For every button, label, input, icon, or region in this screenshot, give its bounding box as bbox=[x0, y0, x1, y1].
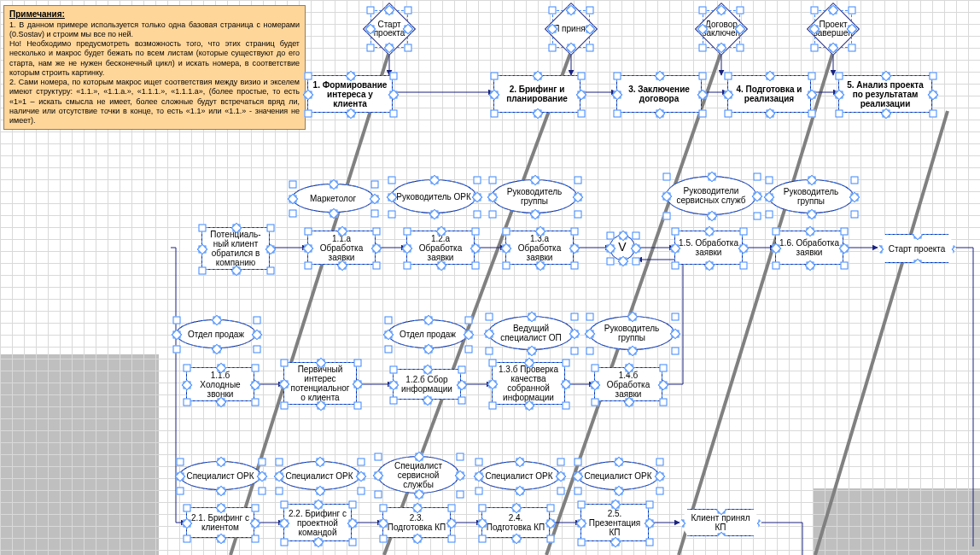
selection-handle[interactable] bbox=[305, 110, 312, 118]
selection-handle[interactable] bbox=[267, 225, 275, 232]
selection-handle[interactable] bbox=[663, 213, 671, 220]
selection-handle[interactable] bbox=[766, 177, 773, 184]
selection-handle[interactable] bbox=[725, 73, 732, 80]
selection-handle[interactable] bbox=[184, 505, 191, 512]
selection-handle[interactable] bbox=[390, 366, 398, 374]
selection-handle[interactable] bbox=[491, 110, 499, 118]
selection-handle[interactable] bbox=[289, 210, 297, 218]
selection-handle[interactable] bbox=[252, 535, 260, 543]
selection-handle[interactable] bbox=[578, 501, 586, 509]
task-2-4[interactable]: 2.4. Подготовка КП bbox=[481, 507, 550, 538]
selection-handle[interactable] bbox=[358, 488, 365, 495]
selection-handle[interactable] bbox=[448, 535, 456, 543]
selection-handle[interactable] bbox=[491, 73, 499, 80]
selection-handle[interactable] bbox=[660, 399, 668, 406]
selection-handle[interactable] bbox=[841, 228, 849, 236]
selection-handle[interactable] bbox=[479, 505, 487, 512]
selection-handle[interactable] bbox=[836, 73, 843, 80]
diamond-project-done[interactable]: Проект завершен bbox=[814, 10, 852, 48]
hex-client-accepted-kp[interactable]: Клиент принял КП bbox=[680, 509, 761, 536]
selection-handle[interactable] bbox=[614, 110, 621, 118]
selection-handle[interactable] bbox=[571, 228, 579, 236]
selection-handle[interactable] bbox=[305, 262, 312, 270]
role-spec-ork-4[interactable]: Специалист ОРК bbox=[577, 461, 659, 490]
selection-handle[interactable] bbox=[458, 366, 466, 374]
selection-handle[interactable] bbox=[563, 402, 570, 410]
selection-handle[interactable] bbox=[586, 7, 594, 15]
role-marketolog[interactable]: Маркетолог bbox=[292, 184, 374, 213]
selection-handle[interactable] bbox=[354, 402, 362, 410]
selection-handle[interactable] bbox=[475, 459, 483, 466]
selection-handle[interactable] bbox=[390, 73, 398, 80]
selection-handle[interactable] bbox=[177, 459, 184, 466]
selection-handle[interactable] bbox=[571, 262, 579, 270]
selection-handle[interactable] bbox=[404, 262, 411, 270]
selection-handle[interactable] bbox=[489, 402, 497, 410]
selection-handle[interactable] bbox=[808, 110, 816, 118]
selection-handle[interactable] bbox=[173, 317, 181, 324]
selection-handle[interactable] bbox=[766, 211, 773, 219]
selection-handle[interactable] bbox=[388, 177, 396, 184]
start-client-contact[interactable]: Потенциаль-ный клиент обратился в компан… bbox=[201, 227, 270, 270]
selection-handle[interactable] bbox=[754, 173, 761, 181]
selection-handle[interactable] bbox=[547, 505, 555, 512]
task-1-2-b[interactable]: 1.2.б Сбор информации bbox=[393, 369, 461, 400]
gateway-v[interactable]: V bbox=[610, 235, 635, 260]
selection-handle[interactable] bbox=[836, 110, 843, 118]
hex-start-project[interactable]: Старт проекта bbox=[878, 234, 956, 263]
selection-handle[interactable] bbox=[663, 173, 671, 181]
selection-handle[interactable] bbox=[699, 73, 707, 80]
role-spec-ork-2[interactable]: Специалист ОРК bbox=[278, 461, 360, 490]
selection-handle[interactable] bbox=[267, 267, 275, 275]
selection-handle[interactable] bbox=[592, 399, 599, 406]
selection-handle[interactable] bbox=[281, 501, 289, 509]
selection-handle[interactable] bbox=[575, 459, 582, 466]
selection-handle[interactable] bbox=[578, 110, 586, 118]
selection-handle[interactable] bbox=[656, 488, 664, 495]
selection-handle[interactable] bbox=[276, 488, 283, 495]
task-1-3-a[interactable]: 1.3.а Обработка заявки bbox=[505, 231, 574, 265]
selection-handle[interactable] bbox=[354, 359, 362, 367]
selection-handle[interactable] bbox=[385, 346, 393, 353]
selection-handle[interactable] bbox=[737, 44, 744, 52]
selection-handle[interactable] bbox=[252, 505, 260, 512]
selection-handle[interactable] bbox=[405, 44, 412, 52]
selection-handle[interactable] bbox=[486, 313, 493, 321]
selection-handle[interactable] bbox=[404, 228, 411, 236]
selection-handle[interactable] bbox=[549, 7, 557, 15]
selection-handle[interactable] bbox=[349, 501, 357, 509]
selection-handle[interactable] bbox=[380, 505, 388, 512]
selection-handle[interactable] bbox=[465, 317, 473, 324]
role-ruk-group-2[interactable]: Руководитель группы bbox=[768, 179, 854, 213]
phase-5[interactable]: 5. Анализ проекта по результатам реализа… bbox=[838, 75, 932, 113]
phase-3[interactable]: 3. Заключение договора bbox=[616, 75, 702, 113]
phase-4[interactable]: 4. Подготовка и реализация bbox=[727, 75, 811, 113]
task-2-1[interactable]: 2.1. Брифинг с клиентом bbox=[186, 507, 254, 538]
selection-handle[interactable] bbox=[184, 399, 191, 406]
role-ruk-ork[interactable]: Руководитель ОРК bbox=[391, 179, 476, 213]
selection-handle[interactable] bbox=[660, 365, 668, 372]
selection-handle[interactable] bbox=[754, 213, 761, 220]
role-service-spec[interactable]: Специалист сервисной службы bbox=[377, 456, 459, 494]
phase-1[interactable]: 1. Формирование интереса у клиента bbox=[307, 75, 393, 113]
selection-handle[interactable] bbox=[489, 359, 497, 367]
selection-handle[interactable] bbox=[841, 262, 849, 270]
selection-handle[interactable] bbox=[276, 459, 283, 466]
selection-handle[interactable] bbox=[375, 453, 382, 461]
selection-handle[interactable] bbox=[254, 346, 261, 353]
selection-handle[interactable] bbox=[385, 317, 393, 324]
selection-handle[interactable] bbox=[737, 7, 744, 15]
role-ruk-group-3[interactable]: Руководитель группы bbox=[589, 316, 674, 350]
selection-handle[interactable] bbox=[633, 258, 640, 266]
task-1-4-b[interactable]: 1.4.б Обработка заявки bbox=[594, 367, 662, 401]
selection-handle[interactable] bbox=[811, 7, 819, 15]
diamond-contract[interactable]: Договор заключен bbox=[703, 10, 740, 48]
role-spec-ork-3[interactable]: Специалист ОРК bbox=[478, 461, 560, 490]
selection-handle[interactable] bbox=[571, 348, 579, 355]
task-2-3[interactable]: 2.3. Подготовка КП bbox=[382, 507, 451, 538]
selection-handle[interactable] bbox=[289, 181, 297, 189]
selection-handle[interactable] bbox=[390, 110, 398, 118]
selection-handle[interactable] bbox=[199, 267, 207, 275]
selection-handle[interactable] bbox=[646, 501, 654, 509]
selection-handle[interactable] bbox=[773, 228, 780, 236]
